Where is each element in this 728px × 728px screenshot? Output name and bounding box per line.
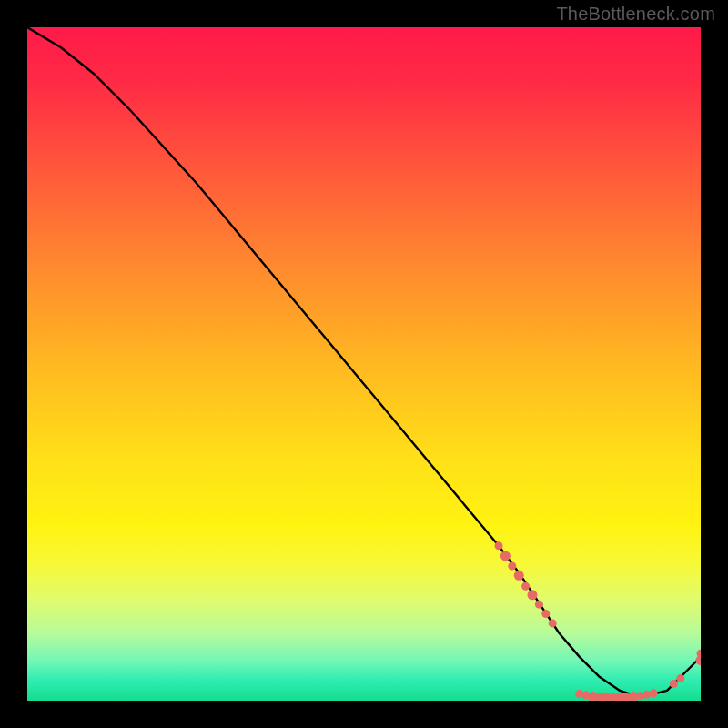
data-marker (670, 680, 678, 688)
plot-area (27, 27, 701, 701)
data-marker (575, 690, 583, 698)
data-marker (676, 674, 684, 682)
data-marker (508, 562, 516, 571)
plot-svg (27, 27, 701, 701)
data-marker (636, 692, 644, 700)
data-marker (514, 571, 524, 581)
data-marker (521, 582, 530, 591)
data-marker (495, 541, 503, 550)
data-marker (650, 689, 658, 697)
data-marker (535, 601, 543, 609)
chart-frame: TheBottleneck.com (0, 0, 728, 728)
data-marker (500, 551, 511, 561)
data-marker (697, 650, 702, 658)
bottleneck-curve (27, 27, 701, 697)
data-marker (528, 590, 538, 600)
watermark-text: TheBottleneck.com (556, 4, 715, 25)
data-markers (495, 541, 702, 701)
data-marker (541, 610, 550, 618)
data-marker (549, 619, 557, 627)
data-marker (642, 691, 651, 699)
